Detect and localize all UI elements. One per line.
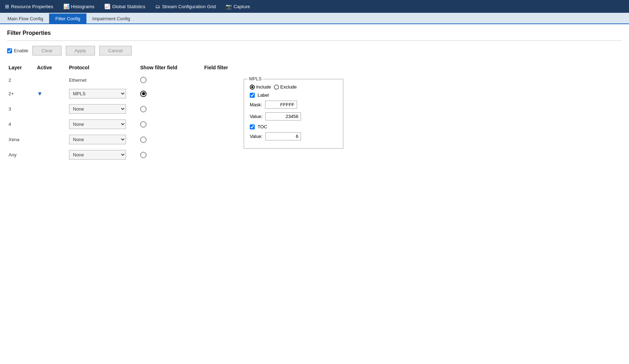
cell-show-any[interactable] bbox=[139, 147, 203, 162]
section-title: Filter Properties bbox=[7, 30, 622, 36]
toolbar-capture[interactable]: 📷 Capture bbox=[223, 3, 252, 10]
cell-field-filter-xena bbox=[203, 132, 229, 147]
enable-checkbox[interactable] bbox=[7, 48, 12, 53]
main-content: Filter Properties Enable Clear Apply Can… bbox=[0, 24, 629, 364]
value-label: Value: bbox=[250, 114, 263, 119]
stream-config-grid-icon: 🗂 bbox=[155, 4, 160, 9]
toolbar-capture-label: Capture bbox=[233, 4, 250, 9]
toolbar-stream-config-grid[interactable]: 🗂 Stream Configuration Grid bbox=[153, 3, 218, 10]
filter-table: Layer Active Protocol Show filter field … bbox=[7, 63, 229, 162]
enable-label[interactable]: Enable bbox=[7, 48, 28, 53]
toc-value-input[interactable] bbox=[265, 132, 301, 140]
radio-show-3[interactable] bbox=[140, 106, 147, 112]
field-filter-panel: MPLS Include Exclude Label bbox=[244, 79, 343, 162]
cell-show-2plus[interactable] bbox=[139, 86, 203, 101]
exclude-radio-group[interactable]: Exclude bbox=[274, 84, 297, 90]
resource-properties-icon: ⊞ bbox=[5, 4, 9, 9]
cell-field-filter-2 bbox=[203, 74, 229, 86]
capture-icon: 📷 bbox=[226, 4, 232, 9]
cell-show-3[interactable] bbox=[139, 101, 203, 117]
label-label: Label bbox=[258, 92, 269, 98]
mask-input[interactable] bbox=[265, 101, 297, 109]
cell-active-3 bbox=[36, 101, 68, 117]
cell-show-xena[interactable] bbox=[139, 132, 203, 147]
tab-bar: Main Flow Config Filter Config Impairmen… bbox=[0, 13, 629, 24]
field-filter-group-label: MPLS bbox=[248, 76, 263, 81]
include-radio[interactable] bbox=[250, 85, 255, 90]
value-input[interactable] bbox=[265, 112, 301, 121]
toc-checkbox-row: TOC bbox=[250, 124, 337, 129]
filter-active-icon: ▼ bbox=[37, 91, 43, 97]
label-checkbox[interactable] bbox=[250, 93, 255, 98]
mask-label: Mask: bbox=[250, 102, 262, 107]
protocol-select-4[interactable]: None IPv4 IPv6 TCP UDP bbox=[69, 119, 126, 129]
radio-show-xena[interactable] bbox=[140, 136, 147, 143]
col-header-field-filter: Field filter bbox=[203, 63, 229, 74]
include-exclude-row: Include Exclude bbox=[250, 84, 337, 90]
cell-active-4 bbox=[36, 117, 68, 132]
toolbar-resource-properties[interactable]: ⊞ Resource Properties bbox=[3, 3, 56, 10]
toolbar-global-statistics-label: Global Statistics bbox=[112, 4, 145, 9]
tab-main-flow-config[interactable]: Main Flow Config bbox=[1, 14, 49, 23]
toolbar-global-statistics[interactable]: 📈 Global Statistics bbox=[102, 3, 147, 10]
toc-value-label: Value: bbox=[250, 134, 263, 139]
field-filter-box: MPLS Include Exclude Label bbox=[244, 79, 343, 149]
cell-show-2[interactable] bbox=[139, 74, 203, 86]
mask-row: Mask: bbox=[250, 101, 337, 109]
protocol-select-xena[interactable]: None IPv4 IPv6 TCP UDP bbox=[69, 135, 126, 144]
cell-field-filter-4 bbox=[203, 117, 229, 132]
include-radio-group[interactable]: Include bbox=[250, 84, 271, 90]
tab-filter-config[interactable]: Filter Config bbox=[49, 14, 86, 23]
cell-protocol-2: Ethernet bbox=[68, 74, 139, 86]
cell-protocol-3[interactable]: None IPv4 IPv6 TCP UDP bbox=[68, 101, 139, 117]
toolbar-resource-properties-label: Resource Properties bbox=[11, 4, 53, 9]
cell-show-4[interactable] bbox=[139, 117, 203, 132]
cell-layer-3: 3 bbox=[7, 101, 36, 117]
cell-layer-any: Any bbox=[7, 147, 36, 162]
enable-row: Enable Clear Apply Cancel bbox=[7, 46, 622, 55]
cell-active-any bbox=[36, 147, 68, 162]
exclude-radio[interactable] bbox=[274, 85, 279, 90]
cell-layer-2plus: 2+ bbox=[7, 86, 36, 101]
filter-table-container: Layer Active Protocol Show filter field … bbox=[7, 63, 229, 162]
cell-protocol-2plus[interactable]: MPLS None Ethernet IPv4 IPv6 TCP UDP bbox=[68, 86, 139, 101]
cell-active-2 bbox=[36, 74, 68, 86]
enable-text: Enable bbox=[14, 48, 28, 53]
cell-layer-2: 2 bbox=[7, 74, 36, 86]
protocol-select-any[interactable]: None IPv4 IPv6 TCP UDP bbox=[69, 150, 126, 160]
cell-field-filter-any bbox=[203, 147, 229, 162]
toolbar-stream-config-grid-label: Stream Configuration Grid bbox=[162, 4, 216, 9]
col-header-layer: Layer bbox=[7, 63, 36, 74]
col-header-protocol: Protocol bbox=[68, 63, 139, 74]
toc-checkbox[interactable] bbox=[250, 124, 255, 129]
cell-field-filter-3 bbox=[203, 101, 229, 117]
radio-show-any[interactable] bbox=[140, 152, 147, 158]
cell-protocol-any[interactable]: None IPv4 IPv6 TCP UDP bbox=[68, 147, 139, 162]
apply-button[interactable]: Apply bbox=[66, 46, 95, 55]
include-label: Include bbox=[256, 84, 271, 90]
cell-field-filter-2plus bbox=[203, 86, 229, 101]
cell-protocol-xena[interactable]: None IPv4 IPv6 TCP UDP bbox=[68, 132, 139, 147]
clear-button[interactable]: Clear bbox=[32, 46, 61, 55]
divider bbox=[7, 41, 622, 41]
row-container: Layer Active Protocol Show filter field … bbox=[7, 63, 622, 162]
toolbar-histograms[interactable]: 📊 Histograms bbox=[61, 3, 97, 10]
cell-layer-4: 4 bbox=[7, 117, 36, 132]
radio-show-2plus[interactable] bbox=[140, 91, 147, 97]
histograms-icon: 📊 bbox=[63, 4, 69, 9]
cell-protocol-4[interactable]: None IPv4 IPv6 TCP UDP bbox=[68, 117, 139, 132]
col-header-active: Active bbox=[36, 63, 68, 74]
toc-label: TOC bbox=[258, 124, 267, 129]
protocol-select-3[interactable]: None IPv4 IPv6 TCP UDP bbox=[69, 104, 126, 114]
protocol-select-2plus[interactable]: MPLS None Ethernet IPv4 IPv6 TCP UDP bbox=[69, 89, 126, 98]
cell-active-2plus: ▼ bbox=[36, 86, 68, 101]
tab-impairment-config[interactable]: Impairment Config bbox=[86, 14, 136, 23]
radio-show-2[interactable] bbox=[140, 77, 147, 83]
toolbar-histograms-label: Histograms bbox=[71, 4, 95, 9]
label-checkbox-row: Label bbox=[250, 92, 337, 98]
top-toolbar: ⊞ Resource Properties 📊 Histograms 📈 Glo… bbox=[0, 0, 629, 13]
cell-active-xena bbox=[36, 132, 68, 147]
cancel-button[interactable]: Cancel bbox=[99, 46, 131, 55]
radio-show-4[interactable] bbox=[140, 121, 147, 128]
toc-value-row: Value: bbox=[250, 132, 337, 140]
